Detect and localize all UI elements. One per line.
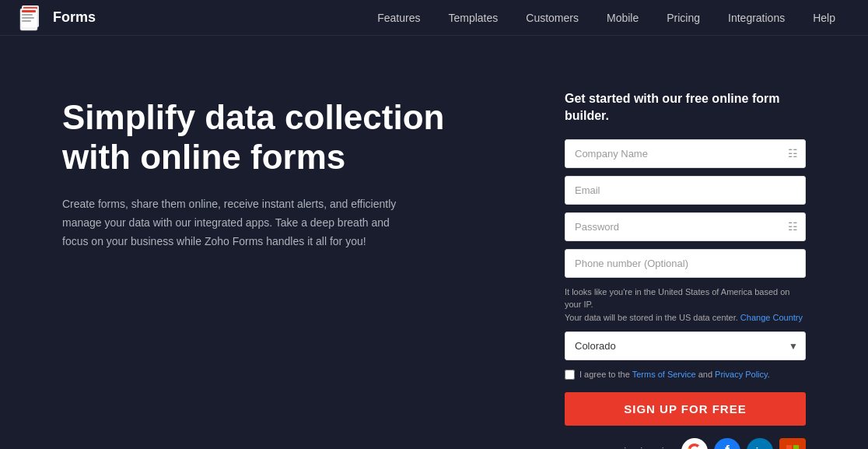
location-notice-line2: Your data will be stored in the US data …	[565, 313, 738, 322]
password-wrapper: ☷	[565, 212, 806, 241]
privacy-policy-link[interactable]: Privacy Policy	[715, 370, 768, 379]
office-icon	[786, 443, 800, 449]
svg-rect-7	[22, 14, 33, 16]
nav-mobile[interactable]: Mobile	[593, 0, 653, 36]
phone-input[interactable]	[565, 249, 806, 278]
change-country-link[interactable]: Change Country	[740, 313, 803, 322]
country-select-wrapper: Colorado Alabama California ▼	[565, 331, 806, 360]
nav-links: Features Templates Customers Mobile Pric…	[363, 0, 849, 36]
hero-title: Simplify data collection with online for…	[62, 98, 518, 177]
left-section: Simplify data collection with online for…	[62, 82, 518, 449]
password-icon: ☷	[788, 220, 798, 233]
location-notice-line1: It looks like you're in the United State…	[565, 287, 789, 310]
logo-icon	[19, 4, 47, 32]
facebook-signin-button[interactable]: f	[714, 438, 740, 449]
nav-help[interactable]: Help	[799, 0, 849, 36]
svg-rect-11	[793, 445, 799, 449]
country-select[interactable]: Colorado Alabama California	[565, 331, 806, 360]
email-input[interactable]	[565, 176, 806, 205]
svg-rect-9	[22, 20, 31, 22]
location-notice: It looks like you're in the United State…	[565, 286, 806, 324]
phone-wrapper	[565, 249, 806, 278]
hero-description: Create forms, share them online, receive…	[62, 195, 404, 251]
password-input[interactable]	[565, 212, 806, 241]
svg-rect-6	[22, 10, 36, 12]
nav-pricing[interactable]: Pricing	[653, 0, 714, 36]
logo-area: Forms	[19, 4, 96, 32]
signin-label: or sign in using	[607, 445, 675, 449]
password-group: ☷	[565, 212, 806, 241]
linkedin-signin-button[interactable]: in	[747, 438, 773, 449]
company-name-group: ☷	[565, 139, 806, 168]
office-signin-button[interactable]	[779, 438, 806, 449]
terms-of-service-link[interactable]: Terms of Service	[632, 370, 696, 379]
company-name-input[interactable]	[565, 139, 806, 168]
linkedin-icon: in	[756, 446, 765, 449]
logo-text: Forms	[53, 9, 96, 26]
svg-rect-10	[786, 445, 792, 449]
email-wrapper	[565, 176, 806, 205]
email-group	[565, 176, 806, 205]
nav-integrations[interactable]: Integrations	[714, 0, 799, 36]
svg-rect-8	[22, 17, 34, 19]
company-name-wrapper: ☷	[565, 139, 806, 168]
company-icon: ☷	[788, 147, 798, 160]
nav-customers[interactable]: Customers	[512, 0, 593, 36]
main-content: Simplify data collection with online for…	[0, 36, 868, 449]
google-signin-button[interactable]	[681, 438, 708, 449]
terms-text: I agree to the Terms of Service and Priv…	[579, 368, 770, 381]
google-icon	[688, 444, 702, 449]
navbar: Forms Features Templates Customers Mobil…	[0, 0, 868, 36]
signup-button[interactable]: SIGN UP FOR FREE	[565, 392, 806, 426]
signin-row: or sign in using f in	[565, 438, 806, 449]
nav-templates[interactable]: Templates	[434, 0, 512, 36]
terms-row: I agree to the Terms of Service and Priv…	[565, 368, 806, 381]
facebook-icon: f	[725, 443, 730, 449]
phone-group	[565, 249, 806, 278]
nav-features[interactable]: Features	[363, 0, 434, 36]
terms-checkbox[interactable]	[565, 370, 575, 380]
signup-form: Get started with our free online form bu…	[565, 82, 806, 449]
form-title: Get started with our free online form bu…	[565, 90, 806, 125]
